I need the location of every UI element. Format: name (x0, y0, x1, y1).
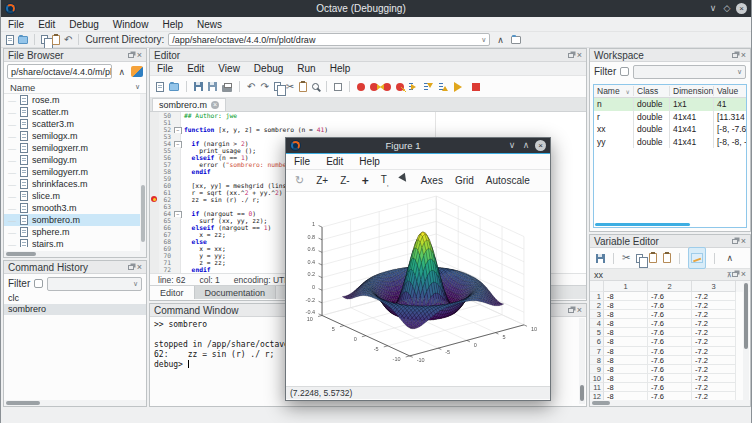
close-panel-icon[interactable]: × (137, 51, 142, 60)
variable-tab-bar[interactable]: xx ⊼ × (590, 269, 750, 281)
gutter[interactable] (150, 119, 159, 126)
file-browser-header[interactable]: File Browser × (4, 49, 146, 62)
grid-cell[interactable]: -8 (604, 347, 648, 356)
command-history-header[interactable]: Command History × (4, 261, 146, 274)
bookmark-icon[interactable] (334, 83, 342, 91)
directory-up-button[interactable]: ∧ (494, 35, 507, 45)
file-item[interactable]: —smooth3.m (4, 202, 146, 214)
variable-grid-vscrollbar[interactable] (743, 281, 749, 400)
figure-tool-grid[interactable]: Grid (450, 173, 479, 188)
figure-tool-zminus[interactable]: Z- (335, 173, 354, 188)
editor-header[interactable]: Editor × (150, 49, 586, 62)
minimize-button[interactable]: ∨ (505, 137, 519, 154)
grid-cell[interactable]: -7.2 (692, 292, 736, 301)
gutter[interactable] (150, 147, 159, 154)
find-icon[interactable] (312, 83, 319, 90)
figure-tool-autoscale[interactable]: Autoscale (481, 173, 535, 188)
grid-row-header[interactable]: 7 (590, 347, 604, 356)
figure-tool-text[interactable]: T, (376, 172, 394, 189)
gutter[interactable] (150, 154, 159, 161)
grid-cell[interactable]: -7.6 (648, 292, 692, 301)
grid-cell[interactable]: -7.2 (692, 301, 736, 310)
file-item[interactable]: —slice.m (4, 190, 146, 202)
close-panel-icon[interactable]: × (577, 306, 582, 315)
grid-cell[interactable]: -8 (604, 292, 648, 301)
gutter[interactable] (150, 259, 159, 266)
workspace-hscrollbar[interactable] (594, 222, 746, 227)
tab-editor[interactable]: Editor (150, 286, 195, 299)
editor-menu-file[interactable]: File (150, 63, 180, 74)
grid-cell[interactable]: -7.2 (692, 347, 736, 356)
code-line[interactable]: 51 (150, 119, 586, 126)
workspace-table-header[interactable]: Name∨ Class Dimension Value (594, 85, 746, 98)
grid-row-header[interactable]: 11 (590, 383, 604, 392)
grid-cell[interactable]: -7.6 (648, 301, 692, 310)
gutter[interactable] (150, 189, 159, 196)
toggle-breakpoint-icon[interactable] (357, 83, 365, 91)
editor-menu-debug[interactable]: Debug (247, 63, 290, 74)
file-item[interactable]: —rose.m (4, 94, 146, 106)
path-combo[interactable]: p/share/octave/4.4.0/m/plot/draw ∨ (7, 64, 112, 79)
paste-icon[interactable] (649, 253, 657, 263)
figure-titlebar[interactable]: Figure 1 ∨ ∧ × (286, 138, 550, 154)
browse-directory-icon[interactable] (511, 36, 521, 44)
gutter[interactable] (150, 231, 159, 238)
close-panel-icon[interactable]: × (577, 51, 582, 60)
grid-row-header[interactable]: 9 (590, 365, 604, 374)
figure-menu-edit[interactable]: Edit (318, 156, 351, 167)
undock-icon[interactable] (568, 308, 574, 313)
gutter[interactable] (150, 140, 159, 147)
history-item[interactable]: sombrero (4, 304, 146, 315)
grid-cell[interactable]: -7.6 (648, 310, 692, 319)
grid-cell[interactable]: -7.6 (648, 383, 692, 392)
file-list-column-header[interactable]: Name ∨ (4, 81, 146, 94)
grid-column-header[interactable]: 1 (604, 281, 648, 292)
gutter[interactable] (150, 168, 159, 175)
file-item[interactable]: —sombrero.m (4, 214, 146, 226)
maximize-button[interactable]: ∧ (519, 137, 533, 154)
file-item[interactable]: —semilogx.m (4, 130, 146, 142)
fold-marker[interactable] (173, 140, 181, 147)
save-icon[interactable] (194, 82, 203, 91)
remove-breakpoints-icon[interactable] (396, 83, 404, 91)
breakpoint-gutter[interactable] (150, 196, 159, 203)
cut-icon[interactable]: ✂ (622, 252, 630, 264)
gutter[interactable] (150, 217, 159, 224)
grid-column-header[interactable]: 2 (648, 281, 692, 292)
grid-row-header[interactable]: 5 (590, 328, 604, 337)
file-item[interactable]: —scatter.m (4, 106, 146, 118)
undock-icon[interactable] (128, 53, 134, 58)
gutter[interactable] (150, 224, 159, 231)
command-window-vscrollbar[interactable] (579, 318, 585, 404)
grid-row-header[interactable]: 3 (590, 310, 604, 319)
gutter[interactable] (150, 266, 159, 273)
grid-row-header[interactable]: 8 (590, 356, 604, 365)
gutter[interactable] (150, 252, 159, 259)
grid-cell[interactable]: -7.2 (692, 328, 736, 337)
undo-icon[interactable]: ↶ (247, 81, 255, 93)
file-item[interactable]: —semilogyerr.m (4, 166, 146, 178)
gutter[interactable] (150, 238, 159, 245)
grid-cell[interactable]: -8 (604, 337, 648, 346)
workspace-row[interactable]: yydouble41x41[-8, -8, - (594, 136, 746, 149)
undock-icon[interactable] (732, 53, 738, 58)
grid-row-header[interactable]: 10 (590, 374, 604, 383)
filter-checkbox[interactable] (34, 279, 43, 288)
copy-icon[interactable] (41, 35, 48, 44)
figure-menu-file[interactable]: File (286, 156, 318, 167)
gutter[interactable] (150, 210, 159, 217)
menu-file[interactable]: File (1, 19, 31, 30)
grid-cell[interactable]: -7.2 (692, 356, 736, 365)
one-directory-up-button[interactable]: ∧ (115, 67, 128, 77)
close-button[interactable]: × (736, 3, 747, 14)
grid-cell[interactable]: -8 (604, 301, 648, 310)
gutter[interactable] (150, 175, 159, 182)
grid-cell[interactable]: -7.2 (692, 365, 736, 374)
folder-actions-icon[interactable] (131, 66, 143, 77)
sombrero-surface-plot[interactable] (286, 192, 550, 386)
variable-data-grid[interactable]: 1231-8-7.6-7.22-8-7.6-7.23-8-7.6-7.24-8-… (590, 281, 750, 402)
grid-cell[interactable]: -7.2 (692, 383, 736, 392)
grid-cell[interactable]: -7.6 (648, 347, 692, 356)
menu-edit[interactable]: Edit (31, 19, 62, 30)
undock-icon[interactable] (568, 53, 574, 58)
